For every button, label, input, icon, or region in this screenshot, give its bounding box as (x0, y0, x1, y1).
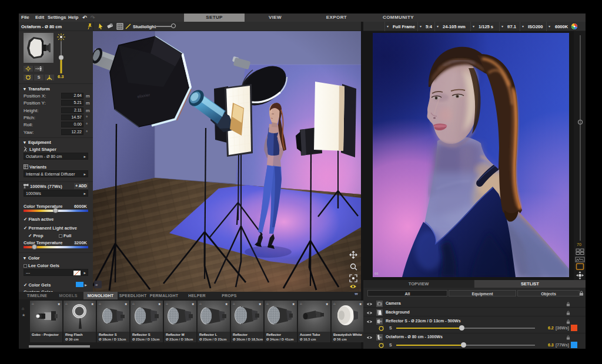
svg-text:70: 70 (577, 242, 581, 247)
svg-text:«: « (95, 282, 98, 288)
